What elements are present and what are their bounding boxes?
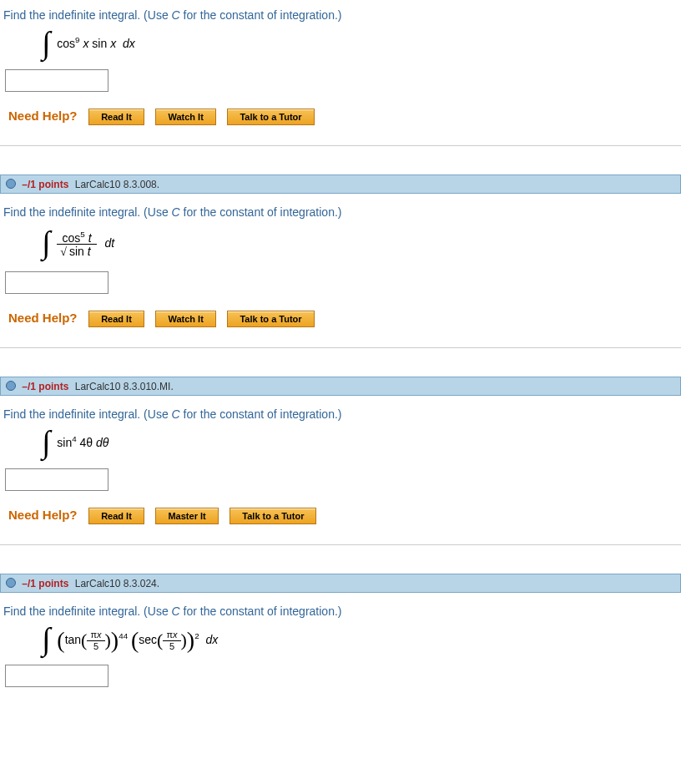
pi2: π [166,630,173,640]
integral-formula: ∫ cos5 t sin t dt [0,227,681,272]
question-prompt: Find the indefinite integral. (Use C for… [0,3,681,30]
prompt-text-b: for the constant of integration.) [180,604,342,618]
constant-c: C [172,8,180,22]
question-1: Find the indefinite integral. (Use C for… [0,0,681,146]
denominator: sin t [57,245,96,258]
question-prompt: Find the indefinite integral. (Use C for… [0,200,681,227]
var-x2: x [110,37,116,50]
frac-pix5-a: πx5 [87,630,104,651]
lparen-icon: ( [57,631,64,650]
constant-c: C [172,205,180,219]
help-row: Need Help? Read It Master It Talk to a T… [0,504,681,528]
need-help-label: Need Help? [8,508,78,522]
rparen4-icon: ) [181,633,187,648]
read-button[interactable]: Read It [88,109,144,125]
rparen2-icon: ) [105,633,111,648]
prompt-text-a: Find the indefinite integral. (Use [3,407,172,421]
question-prompt: Find the indefinite integral. (Use C for… [0,402,681,429]
answer-box [5,69,681,92]
reference-label: LarCalc10 8.3.024. [75,578,159,589]
numerator: cos5 t [57,230,96,245]
question-header: –/1 points LarCalc10 8.3.008. [0,175,681,194]
answer-input[interactable] [5,69,108,92]
points-label: –/1 points [22,179,68,190]
constant-c: C [172,604,180,618]
answer-box [5,665,681,687]
num-pix2: πx [163,630,180,641]
answer-input[interactable] [5,665,108,687]
integral-sign-icon: ∫ [42,628,50,650]
exp2: 2 [194,631,199,640]
watch-button[interactable]: Watch It [155,311,215,327]
integral-formula: ∫ cos9 x sin x dx [0,30,681,69]
question-header: –/1 points LarCalc10 8.3.024. [0,574,681,593]
cos: cos [62,230,80,244]
answer-box [5,271,681,294]
watch-button[interactable]: Watch It [155,109,215,125]
help-row: Need Help? Read It Watch It Talk to a Tu… [0,105,681,129]
question-4: –/1 points LarCalc10 8.3.024. Find the i… [0,570,681,718]
need-help-label: Need Help? [8,311,78,325]
sin: sin [57,436,72,449]
var-t2: t [88,245,91,258]
question-header: –/1 points LarCalc10 8.3.010.MI. [0,377,681,396]
lparen3-icon: ( [131,631,139,650]
rparen-icon: ) [111,631,119,650]
sqrt-icon: sin t [60,245,93,258]
exp44: 44 [119,631,128,640]
read-button[interactable]: Read It [88,508,144,524]
master-button[interactable]: Master It [155,508,218,524]
tutor-button[interactable]: Talk to a Tutor [227,311,314,327]
prompt-text-b: for the constant of integration.) [180,8,342,22]
prompt-text-a: Find the indefinite integral. (Use [3,8,172,22]
tutor-button[interactable]: Talk to a Tutor [230,508,316,524]
dtheta: dθ [96,436,108,449]
integral-sign-icon: ∫ [42,32,50,54]
question-3: –/1 points LarCalc10 8.3.010.MI. Find th… [0,373,681,545]
constant-c: C [172,407,180,421]
integral-sign-icon: ∫ [42,431,50,453]
help-row: Need Help? Read It Watch It Talk to a Tu… [0,307,681,331]
points-label: –/1 points [22,578,68,589]
bullet-icon [6,179,16,189]
tan: tan [65,633,81,646]
var-t: t [88,230,92,244]
frac-pix5-b: πx5 [163,630,180,651]
reference-label: LarCalc10 8.3.010.MI. [75,381,174,392]
exp5: 5 [80,230,84,239]
sin: sin [88,37,110,50]
read-button[interactable]: Read It [88,311,144,327]
answer-box [5,468,681,491]
cos: cos [57,37,75,50]
question-2: –/1 points LarCalc10 8.3.008. Find the i… [0,171,681,349]
prompt-text-b: for the constant of integration.) [180,205,342,219]
lparen4-icon: ( [157,633,163,648]
five: 5 [87,641,104,651]
dx: dx [206,633,219,646]
pi: π [90,630,97,640]
answer-input[interactable] [5,271,108,294]
sin: sin [69,245,88,258]
exp9: 9 [75,35,79,44]
bullet-icon [6,578,16,588]
x2: x [173,630,178,640]
prompt-text-b: for the constant of integration.) [180,407,342,421]
x: x [97,630,102,640]
answer-input[interactable] [5,468,108,491]
five2: 5 [163,641,180,651]
lparen2-icon: ( [81,633,87,648]
dx: dx [123,37,135,50]
points-label: –/1 points [22,381,68,392]
arg: 4θ [77,436,96,449]
sec: sec [139,633,157,646]
rparen3-icon: ) [187,631,194,650]
bullet-icon [6,381,16,391]
fraction: cos5 t sin t [57,230,96,259]
tutor-button[interactable]: Talk to a Tutor [227,109,314,125]
integral-formula: ∫ sin4 4θ dθ [0,429,681,468]
prompt-text-a: Find the indefinite integral. (Use [3,205,172,219]
dt: dt [105,236,115,250]
reference-label: LarCalc10 8.3.008. [75,179,159,190]
integral-formula: ∫ (tan(πx5))44 (sec(πx5))2 dx [0,626,681,665]
need-help-label: Need Help? [8,109,78,123]
